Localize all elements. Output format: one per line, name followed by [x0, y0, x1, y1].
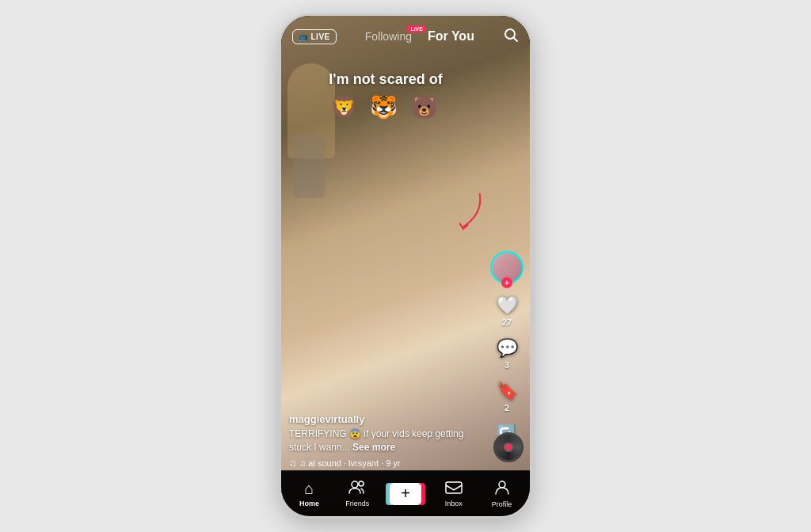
- phone-frame: I'm not scared of 🦁 🐯 🐻 +: [279, 13, 532, 519]
- svg-line-1: [514, 37, 518, 41]
- nav-tabs: Following LIVE For You: [365, 29, 474, 44]
- live-badge: LIVE: [407, 25, 426, 32]
- video-emojis: 🦁 🐯 🐻: [281, 94, 490, 120]
- lamp: [293, 135, 325, 198]
- svg-point-3: [359, 481, 364, 486]
- svg-point-5: [499, 481, 505, 488]
- friends-icon: [348, 480, 366, 498]
- video-bottom-info: maggievirtually TERRIFYING 😨 if your vid…: [289, 413, 482, 469]
- live-button[interactable]: 📺 LIVE: [292, 29, 337, 44]
- tv-icon: 📺: [299, 32, 309, 41]
- video-caption-overlay: I'm not scared of 🦁 🐯 🐻: [281, 71, 490, 120]
- follow-plus-icon[interactable]: +: [501, 277, 512, 288]
- nav-inbox[interactable]: Inbox: [429, 480, 478, 507]
- video-area[interactable]: I'm not scared of 🦁 🐯 🐻 +: [281, 16, 530, 516]
- inbox-label: Inbox: [445, 500, 463, 507]
- comment-button[interactable]: 💬 3: [497, 338, 518, 370]
- following-tab[interactable]: Following LIVE: [365, 30, 412, 43]
- bookmark-icon: 🔖: [497, 381, 518, 401]
- sound-info[interactable]: ♫ ♫ al sound · lvrsyant · 9 yr: [289, 458, 482, 469]
- creator-username[interactable]: maggievirtually: [289, 413, 482, 425]
- disc-center: [504, 443, 513, 452]
- following-label: Following: [365, 30, 412, 43]
- bookmark-count: 2: [504, 403, 509, 412]
- creator-avatar[interactable]: +: [490, 251, 524, 284]
- video-main-text: I'm not scared of: [281, 71, 490, 88]
- sound-disc[interactable]: [493, 432, 524, 462]
- svg-rect-4: [446, 482, 462, 493]
- annotation-arrow: [447, 190, 486, 241]
- top-bar: 📺 LIVE Following LIVE For You: [281, 16, 530, 57]
- sound-text: ♫ al sound · lvrsyant · 9 yr: [299, 458, 400, 468]
- phone-screen: I'm not scared of 🦁 🐯 🐻 +: [281, 16, 530, 516]
- comment-icon: 💬: [497, 338, 518, 359]
- profile-label: Profile: [492, 500, 512, 508]
- nav-add[interactable]: +: [382, 483, 430, 505]
- heart-icon: 🤍: [497, 295, 518, 316]
- home-icon: ⌂: [304, 480, 314, 498]
- inbox-icon: [445, 480, 463, 498]
- nav-profile[interactable]: Profile: [478, 479, 526, 508]
- comment-count: 3: [504, 360, 509, 370]
- nav-friends[interactable]: Friends: [333, 480, 382, 507]
- profile-icon: [494, 479, 510, 499]
- search-button[interactable]: [503, 27, 519, 47]
- music-note-icon: ♫: [289, 458, 296, 469]
- bookmark-button[interactable]: 🔖 2: [497, 381, 518, 412]
- foryou-tab[interactable]: For You: [428, 29, 474, 44]
- home-label: Home: [299, 500, 319, 507]
- like-count: 27: [502, 317, 512, 327]
- right-sidebar: + 🤍 27 💬 3 🔖 2: [490, 251, 524, 453]
- like-button[interactable]: 🤍 27: [497, 295, 518, 327]
- see-more-button[interactable]: See more: [352, 442, 395, 453]
- nav-home[interactable]: ⌂ Home: [285, 480, 333, 507]
- bottom-navigation: ⌂ Home Friends +: [281, 470, 530, 516]
- add-button[interactable]: +: [389, 483, 422, 505]
- video-caption: TERRIFYING 😨 if your vids keep getting s…: [289, 428, 482, 454]
- add-plus-icon: +: [390, 483, 421, 505]
- svg-point-2: [352, 481, 358, 488]
- live-button-label: LIVE: [311, 32, 330, 41]
- friends-label: Friends: [345, 500, 369, 507]
